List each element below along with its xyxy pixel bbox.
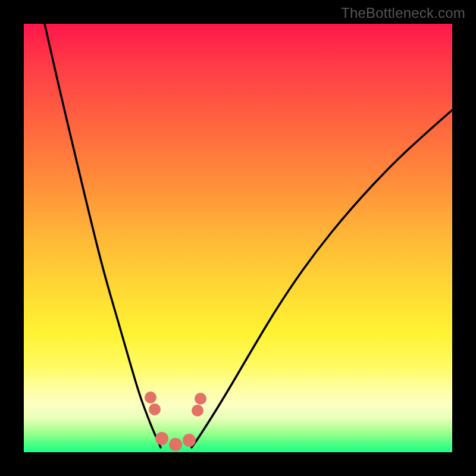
marker-left-foot <box>155 432 168 445</box>
curve-left <box>45 24 161 447</box>
marker-right-upper <box>195 393 206 405</box>
curve-layer <box>24 24 452 452</box>
marker-group <box>145 392 206 451</box>
marker-right-lower <box>192 405 203 416</box>
marker-left-upper <box>145 392 156 403</box>
plot-area <box>24 24 452 452</box>
chart-frame: TheBottleneck.com <box>0 0 476 476</box>
watermark-label: TheBottleneck.com <box>341 5 465 21</box>
marker-right-foot <box>183 434 196 447</box>
marker-bottom-mid <box>169 438 182 451</box>
marker-left-lower <box>149 403 161 415</box>
curve-right <box>192 110 452 447</box>
